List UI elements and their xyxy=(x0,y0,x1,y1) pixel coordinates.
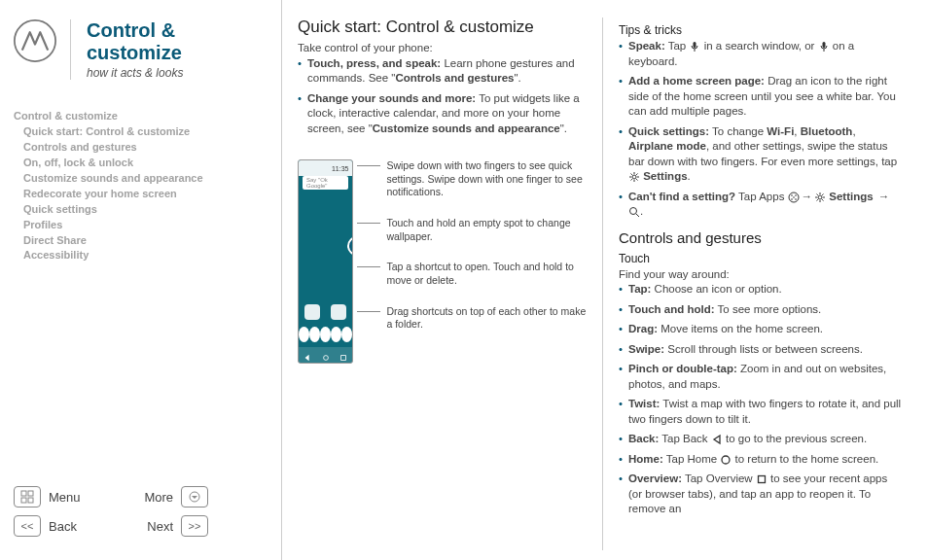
list-item: Quick settings: To change Wi-Fi, Bluetoo… xyxy=(619,124,903,185)
dock-chrome-icon xyxy=(331,327,341,342)
svg-point-6 xyxy=(323,356,328,361)
nav-back-icon xyxy=(303,351,311,359)
list-item: Twist: Twist a map with two fingers to r… xyxy=(619,397,903,427)
phone-app-row xyxy=(304,304,346,320)
gear-icon xyxy=(628,171,640,183)
list-item: Change your sounds and more: To put widg… xyxy=(298,91,587,137)
next-label: Next xyxy=(115,519,173,534)
svg-point-17 xyxy=(818,195,822,199)
section-heading: Quick start: Control & customize xyxy=(298,18,587,37)
callout: Tap a shortcut to open. Touch and hold t… xyxy=(363,261,587,287)
dock-messages-icon xyxy=(309,327,320,342)
svg-point-0 xyxy=(15,20,55,61)
search-icon xyxy=(628,206,640,218)
gear-icon xyxy=(814,192,826,203)
tips-list: Speak: Tap in a search window, or on a k… xyxy=(619,39,903,220)
list-item: Can't find a setting? Tap Apps → Setting… xyxy=(619,190,903,220)
list-item: Touch and hold: To see more options. xyxy=(619,302,903,318)
page-subtitle: how it acts & looks xyxy=(87,66,271,80)
svg-point-15 xyxy=(795,198,797,200)
toc-item[interactable]: Redecorate your home screen xyxy=(14,187,271,202)
app-icon-playstore xyxy=(331,304,346,320)
home-circle-icon xyxy=(720,454,732,466)
svg-rect-1 xyxy=(21,491,26,496)
toc-item[interactable]: Accessibility xyxy=(14,248,271,263)
document-page: Control & customize how it acts & looks … xyxy=(0,0,928,560)
svg-rect-9 xyxy=(822,42,825,48)
nav-home-icon xyxy=(322,351,330,359)
phone-search-bar: Say "Ok Google" xyxy=(303,176,348,190)
menu-label: Menu xyxy=(49,490,107,505)
page-title: Control & customize xyxy=(87,19,271,64)
right-column: Tips & tricks Speak: Tap in a search win… xyxy=(603,18,918,550)
motorola-logo-icon xyxy=(14,19,56,62)
dock-phone-icon xyxy=(299,327,309,342)
phone-illustration-block: 11:35 Say "Ok Google" xyxy=(298,159,587,364)
apps-grid-icon xyxy=(788,192,800,203)
list-item: Pinch or double-tap: Zoom in and out on … xyxy=(619,362,903,392)
left-sidebar: Control & customize how it acts & looks … xyxy=(0,0,282,560)
back-triangle-icon xyxy=(711,434,723,445)
subsection-heading: Touch xyxy=(619,252,903,265)
bullet-list: Touch, press, and speak: Learn phone ges… xyxy=(298,56,587,137)
list-item: Swipe: Scroll through lists or between s… xyxy=(619,342,903,358)
microphone-icon xyxy=(818,41,830,52)
app-icon-google xyxy=(304,304,320,320)
callout-list: Swipe down with two fingers to see quick… xyxy=(363,159,587,364)
svg-point-13 xyxy=(795,194,797,196)
list-item: Touch, press, and speak: Learn phone ges… xyxy=(298,56,587,87)
svg-point-20 xyxy=(722,456,730,464)
table-of-contents: Control & customize Quick start: Control… xyxy=(14,109,271,263)
svg-line-19 xyxy=(636,214,639,217)
title-block: Control & customize how it acts & looks xyxy=(70,19,271,80)
header-row: Control & customize how it acts & looks xyxy=(14,19,271,80)
section-heading: Controls and gestures xyxy=(619,229,903,246)
svg-rect-21 xyxy=(758,476,765,483)
toc-main[interactable]: Control & customize xyxy=(14,109,271,124)
nav-overview-icon xyxy=(339,351,347,359)
touch-list: Tap: Choose an icon or option. Touch and… xyxy=(619,282,903,517)
dock-apps-icon xyxy=(320,327,331,342)
overview-square-icon xyxy=(756,473,767,485)
footer-navigation: Menu More << Back Next >> xyxy=(14,478,271,550)
phone-mockup: 11:35 Say "Ok Google" xyxy=(298,159,353,364)
more-label: More xyxy=(115,490,173,505)
intro-text: Take control of your phone: xyxy=(298,41,587,56)
callout: Swipe down with two fingers to see quick… xyxy=(363,159,587,199)
phone-navbar xyxy=(299,347,352,363)
svg-point-18 xyxy=(630,208,637,215)
svg-rect-8 xyxy=(694,42,696,48)
next-button[interactable]: >> xyxy=(181,515,208,537)
back-button[interactable]: << xyxy=(14,515,41,537)
toc-item[interactable]: On, off, lock & unlock xyxy=(14,156,271,171)
callout: Touch and hold an empty spot to change w… xyxy=(363,217,587,243)
target-ring-icon xyxy=(347,236,353,256)
list-item: Add a home screen page: Drag an icon to … xyxy=(619,74,903,120)
microphone-icon xyxy=(689,41,700,52)
phone-statusbar: 11:35 xyxy=(299,160,352,176)
list-item: Tap: Choose an icon or option. xyxy=(619,282,903,298)
toc-item[interactable]: Quick settings xyxy=(14,202,271,218)
main-content: Quick start: Control & customize Take co… xyxy=(282,0,928,560)
list-item: Speak: Tap in a search window, or on a k… xyxy=(619,39,903,69)
menu-button[interactable] xyxy=(14,486,41,508)
list-item: Drag: Move items on the home screen. xyxy=(619,322,903,337)
more-button[interactable] xyxy=(181,486,208,508)
list-item: Home: Tap Home to return to the home scr… xyxy=(619,452,903,468)
toc-item[interactable]: Quick start: Control & customize xyxy=(14,124,271,140)
svg-rect-7 xyxy=(341,356,346,361)
dock-camera-icon xyxy=(341,327,352,342)
back-label: Back xyxy=(49,519,107,534)
svg-rect-3 xyxy=(21,498,26,503)
toc-item[interactable]: Controls and gestures xyxy=(14,140,271,156)
list-item: Overview: Tap Overview to see your recen… xyxy=(619,472,903,517)
callout: Drag shortcuts on top of each other to m… xyxy=(363,305,587,332)
tips-heading: Tips & tricks xyxy=(619,23,903,37)
toc-item[interactable]: Direct Share xyxy=(14,233,271,249)
svg-point-14 xyxy=(791,198,793,200)
svg-point-10 xyxy=(632,175,636,179)
middle-column: Quick start: Control & customize Take co… xyxy=(282,18,603,550)
toc-item[interactable]: Profiles xyxy=(14,218,271,233)
list-item: Back: Tap Back to go to the previous scr… xyxy=(619,432,903,447)
toc-item[interactable]: Customize sounds and appearance xyxy=(14,171,271,187)
